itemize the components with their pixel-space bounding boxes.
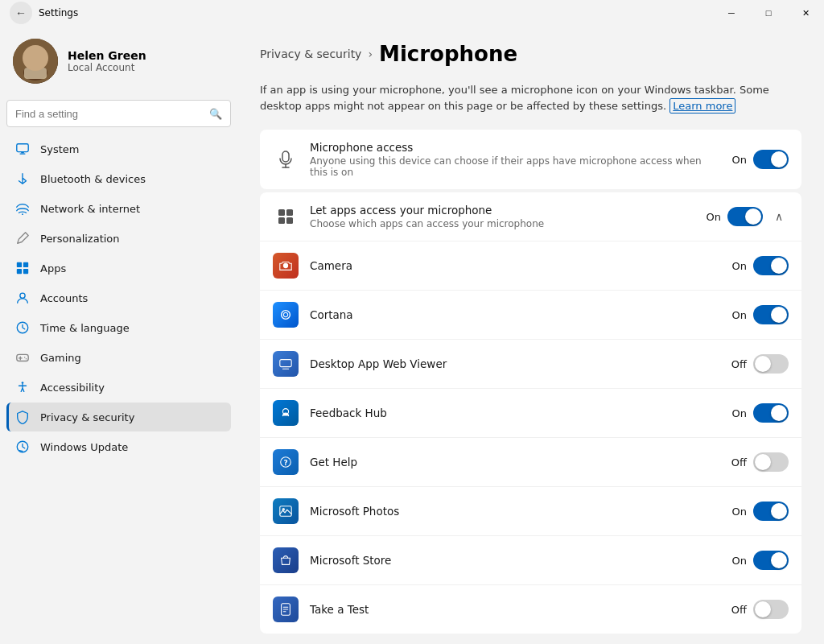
sidebar-item-accounts[interactable]: Accounts [6,283,231,312]
search-box[interactable]: 🔍 [6,100,231,127]
get-help-title: Get Help [310,456,720,469]
accessibility-icon [14,379,31,395]
svg-rect-4 [17,144,28,152]
microsoft-store-status: On [732,555,747,567]
learn-more-link[interactable]: Learn more [670,98,735,114]
user-name: Helen Green [68,49,146,62]
mic-icon [273,147,299,172]
desktop-web-toggle[interactable] [753,354,789,374]
let-apps-access-title: Let apps access your microphone [310,204,695,217]
svg-point-12 [20,293,25,298]
toggle-thumb-2 [745,208,761,225]
sidebar-item-privacy[interactable]: Privacy & security [6,402,231,431]
sidebar-item-personalization[interactable]: Personalization [6,224,231,253]
close-button[interactable]: ✕ [787,0,824,26]
take-a-test-icon [273,597,299,622]
microphone-access-toggle[interactable] [753,150,789,169]
sidebar-item-privacy-label: Privacy & security [40,411,134,423]
microsoft-photos-toggle[interactable] [753,502,789,521]
microsoft-photos-status: On [732,506,747,518]
microsoft-photos-text: Microsoft Photos [310,505,721,518]
svg-point-15 [24,357,25,357]
svg-point-27 [282,311,290,320]
sidebar-item-windows-update-label: Windows Update [40,441,128,453]
system-icon [14,141,31,157]
svg-rect-11 [23,269,28,274]
microsoft-store-toggle[interactable] [753,551,789,570]
svg-rect-25 [286,217,293,224]
svg-rect-24 [278,217,285,224]
apps-icon [14,260,31,276]
sidebar-item-windows-update[interactable]: Windows Update [6,432,231,461]
user-account-type: Local Account [68,62,146,73]
let-apps-access-control: On ∧ [707,207,789,226]
main-window: Helen Green Local Account 🔍 System [0,26,824,644]
take-a-test-title: Take a Test [310,603,720,616]
cortana-app-status: On [732,309,747,321]
svg-rect-29 [280,360,291,367]
svg-point-1 [28,47,43,62]
let-apps-access-toggle[interactable] [727,207,763,226]
breadcrumb-parent[interactable]: Privacy & security [260,47,361,60]
microsoft-store-title: Microsoft Store [310,554,721,567]
user-info: Helen Green Local Account [68,49,146,73]
get-help-control: Off [731,452,789,472]
microsoft-store-text: Microsoft Store [310,554,721,567]
sidebar-nav: System Bluetooth & devices Network & int… [6,134,231,462]
back-button[interactable]: ← [10,2,32,24]
camera-app-toggle[interactable] [753,256,789,275]
sidebar-item-system[interactable]: System [6,134,231,163]
search-input[interactable] [15,108,209,120]
search-icon: 🔍 [209,108,222,120]
camera-app-icon [273,253,299,279]
sidebar-item-network[interactable]: Network & internet [6,194,231,223]
toggle-track-2 [727,207,763,226]
microphone-access-title: Microphone access [310,141,721,154]
microphone-access-status: On [732,154,747,166]
svg-rect-10 [17,269,22,274]
user-profile[interactable]: Helen Green Local Account [6,26,231,97]
sidebar-item-accessibility[interactable]: Accessibility [6,373,231,402]
minimize-button[interactable]: ─ [713,0,750,26]
take-a-test-toggle[interactable] [753,600,789,619]
microphone-access-subtitle: Anyone using this device can choose if t… [310,155,721,178]
time-icon [14,320,31,336]
microsoft-photos-icon [273,498,299,524]
sidebar-item-bluetooth[interactable]: Bluetooth & devices [6,164,231,193]
feedback-hub-toggle[interactable] [753,403,789,423]
camera-app-text: Camera [310,259,721,272]
privacy-icon [14,409,31,425]
camera-app-title: Camera [310,259,721,272]
feedback-hub-title: Feedback Hub [310,407,721,419]
svg-rect-22 [278,209,285,216]
titlebar: ← Settings ─ □ ✕ [0,0,824,26]
sidebar-item-gaming[interactable]: Gaming [6,343,231,372]
accounts-icon [14,290,31,306]
let-apps-access-text: Let apps access your microphone Choose w… [310,204,695,229]
get-help-row: ? Get Help Off [260,438,801,487]
get-help-status: Off [731,456,747,469]
camera-app-row: Camera On [260,242,801,291]
expand-button[interactable]: ∧ [769,207,789,226]
feedback-hub-control: On [732,403,789,423]
svg-rect-6 [21,152,24,154]
cortana-app-toggle[interactable] [753,305,789,324]
maximize-button[interactable]: □ [750,0,787,26]
sidebar-item-apps[interactable]: Apps [6,254,231,283]
get-help-text: Get Help [310,456,720,469]
app-title: Settings [39,7,78,19]
svg-rect-19 [282,151,289,162]
desktop-web-control: Off [731,354,789,374]
svg-rect-8 [17,262,22,267]
desktop-web-title: Desktop App Web Viewer [310,357,720,370]
cortana-app-row: Cortana On [260,291,801,340]
gaming-icon [14,349,31,365]
personalization-icon [14,230,31,246]
let-apps-access-subtitle: Choose which apps can access your microp… [310,218,695,229]
sidebar-item-time[interactable]: Time & language [6,313,231,342]
cortana-app-text: Cortana [310,308,721,321]
svg-text:?: ? [283,459,287,467]
get-help-toggle[interactable] [753,452,789,472]
breadcrumb: Privacy & security › Microphone [260,42,801,66]
app-access-card: Let apps access your microphone Choose w… [260,192,801,634]
